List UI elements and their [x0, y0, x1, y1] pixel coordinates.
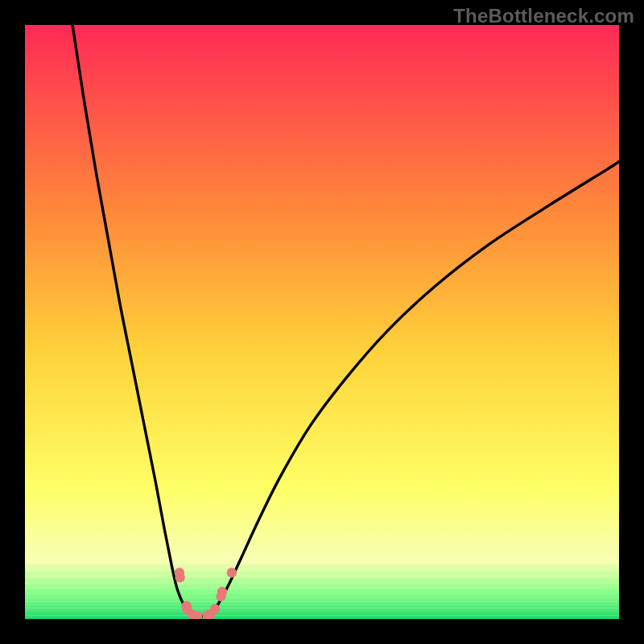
- watermark-text: TheBottleneck.com: [453, 5, 634, 27]
- data-dot: [227, 568, 237, 577]
- chart-svg: [25, 25, 619, 619]
- outer-frame: TheBottleneck.com: [0, 0, 644, 644]
- green-band: [25, 557, 619, 565]
- green-band: [25, 584, 619, 589]
- green-band: [25, 589, 619, 594]
- data-dot: [210, 604, 220, 613]
- green-bands: [25, 557, 619, 619]
- green-band: [25, 609, 619, 611]
- green-band: [25, 564, 619, 572]
- green-band: [25, 578, 619, 584]
- green-band: [25, 594, 619, 598]
- green-floor: [25, 617, 619, 619]
- green-band: [25, 611, 619, 613]
- green-band: [25, 598, 619, 601]
- green-band: [25, 602, 619, 605]
- green-band: [25, 613, 619, 616]
- green-band: [25, 572, 619, 578]
- plot-area: [25, 25, 619, 619]
- gradient-background: [25, 25, 619, 619]
- green-band: [25, 616, 619, 617]
- data-dot: [217, 587, 227, 597]
- green-band: [25, 605, 619, 609]
- data-dot: [175, 572, 184, 582]
